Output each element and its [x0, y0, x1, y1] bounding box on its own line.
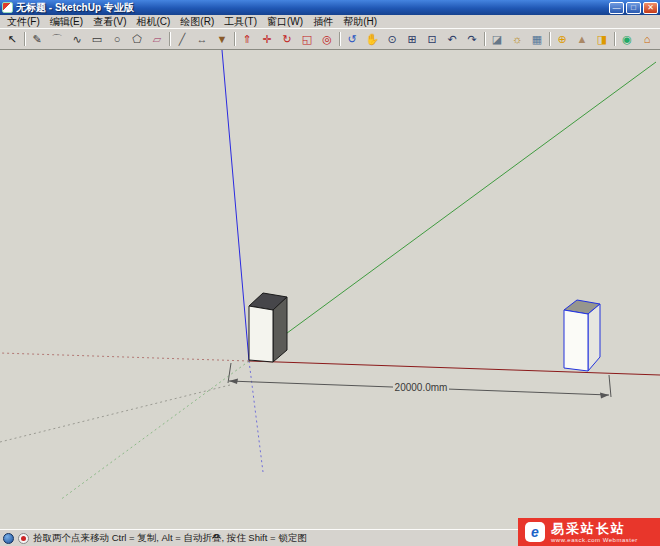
dimension-entity[interactable]: 20000.0mm [228, 363, 611, 399]
toggle-terrain-button[interactable]: ▲ [572, 30, 592, 49]
red-axis-dotted [0, 353, 249, 361]
rotate-tool-button[interactable]: ↻ [277, 30, 297, 49]
geolocation-status-icon[interactable] [3, 533, 14, 544]
left-box[interactable] [249, 293, 287, 362]
arc-tool-button[interactable]: ⌒ [47, 30, 67, 49]
window-title: 无标题 - SketchUp 专业版 [16, 1, 606, 15]
maximize-button[interactable]: □ [626, 2, 641, 14]
window-controls: — □ ✕ [609, 2, 658, 14]
toolbar-separator [169, 32, 170, 46]
select-tool-button[interactable]: ↖ [2, 30, 22, 49]
left-box-front-face[interactable] [249, 306, 273, 362]
menu-window[interactable]: 窗口(W) [262, 15, 308, 29]
dimension-arrow-left [229, 379, 238, 385]
status-hint: 拾取两个点来移动 Ctrl = 复制, Alt = 自动折叠, 按住 Shift… [33, 532, 307, 545]
circle-tool-button[interactable]: ○ [107, 30, 127, 49]
menu-file[interactable]: 文件(F) [2, 15, 45, 29]
menu-camera[interactable]: 相机(C) [131, 15, 175, 29]
watermark-text: 易采站长站 www.easck.com Webmaster [551, 522, 638, 543]
viewport-canvas[interactable]: 20000.0mm [0, 50, 660, 529]
menu-plugins[interactable]: 插件 [308, 15, 338, 29]
dimension-extension-left [228, 363, 231, 383]
right-box-side-face[interactable] [588, 304, 600, 371]
dimension-extension-right [609, 375, 611, 397]
previous-view-button[interactable]: ↶ [442, 30, 462, 49]
dimension-tool-button[interactable]: ↔ [192, 30, 212, 49]
sketchup-app-icon [2, 2, 13, 13]
menu-tools[interactable]: 工具(T) [219, 15, 262, 29]
watermark: e 易采站长站 www.easck.com Webmaster [518, 518, 660, 546]
credit-status-icon[interactable] [18, 533, 29, 544]
toolbar-separator [549, 32, 550, 46]
push-pull-tool-button[interactable]: ⇑ [237, 30, 257, 49]
easck-logo-icon: e [525, 522, 545, 542]
menu-draw[interactable]: 绘图(R) [175, 15, 219, 29]
menu-bar: 文件(F) 编辑(E) 查看(V) 相机(C) 绘图(R) 工具(T) 窗口(W… [0, 15, 660, 28]
menu-view[interactable]: 查看(V) [88, 15, 131, 29]
get-models-button[interactable]: ⌂ [637, 30, 657, 49]
blue-axis [222, 50, 249, 361]
scale-tool-button[interactable]: ◱ [297, 30, 317, 49]
viewport[interactable]: 20000.0mm [0, 50, 660, 529]
photo-textures-button[interactable]: ◨ [592, 30, 612, 49]
minimize-button[interactable]: — [609, 2, 624, 14]
zoom-tool-button[interactable]: ⊙ [382, 30, 402, 49]
section-plane-button[interactable]: ◪ [487, 30, 507, 49]
rectangle-tool-button[interactable]: ▭ [87, 30, 107, 49]
toolbar-separator [339, 32, 340, 46]
freehand-tool-button[interactable]: ∿ [67, 30, 87, 49]
paint-bucket-tool-button[interactable]: ▼ [212, 30, 232, 49]
dimension-label: 20000.0mm [395, 382, 448, 393]
toolbar: ↖ ✎ ⌒ ∿ ▭ ○ ⬠ ▱ ╱ ↔ ▼ ⇑ ✛ ↻ ◱ ◎ ↺ ✋ ⊙ ⊞ … [0, 28, 660, 50]
menu-edit[interactable]: 编辑(E) [45, 15, 88, 29]
toolbar-separator [484, 32, 485, 46]
polygon-tool-button[interactable]: ⬠ [127, 30, 147, 49]
toolbar-separator [614, 32, 615, 46]
orbit-tool-button[interactable]: ↺ [342, 30, 362, 49]
blue-axis-dotted [249, 361, 263, 472]
add-location-button[interactable]: ⊕ [552, 30, 572, 49]
right-box-front-face[interactable] [564, 310, 588, 371]
tape-measure-tool-button[interactable]: ╱ [172, 30, 192, 49]
green-axis-dotted [60, 361, 249, 500]
eraser-tool-button[interactable]: ▱ [147, 30, 167, 49]
red-axis [249, 361, 660, 375]
toolbar-separator [234, 32, 235, 46]
inference-guide-line [0, 385, 230, 442]
styles-button[interactable]: ▦ [527, 30, 547, 49]
right-box-selected[interactable] [564, 300, 600, 371]
preview-in-earth-button[interactable]: ◉ [617, 30, 637, 49]
menu-help[interactable]: 帮助(H) [338, 15, 382, 29]
line-tool-button[interactable]: ✎ [27, 30, 47, 49]
zoom-extents-tool-button[interactable]: ⊡ [422, 30, 442, 49]
dimension-arrow-right [600, 393, 609, 399]
move-tool-button[interactable]: ✛ [257, 30, 277, 49]
watermark-subtitle: www.easck.com Webmaster [551, 537, 638, 543]
next-view-button[interactable]: ↷ [462, 30, 482, 49]
pan-tool-button[interactable]: ✋ [362, 30, 382, 49]
watermark-title: 易采站长站 [551, 522, 638, 535]
shadows-button[interactable]: ☼ [507, 30, 527, 49]
offset-tool-button[interactable]: ◎ [317, 30, 337, 49]
toolbar-separator [24, 32, 25, 46]
zoom-window-tool-button[interactable]: ⊞ [402, 30, 422, 49]
close-button[interactable]: ✕ [643, 2, 658, 14]
drawing-axes [0, 50, 660, 500]
title-bar: 无标题 - SketchUp 专业版 — □ ✕ [0, 0, 660, 15]
